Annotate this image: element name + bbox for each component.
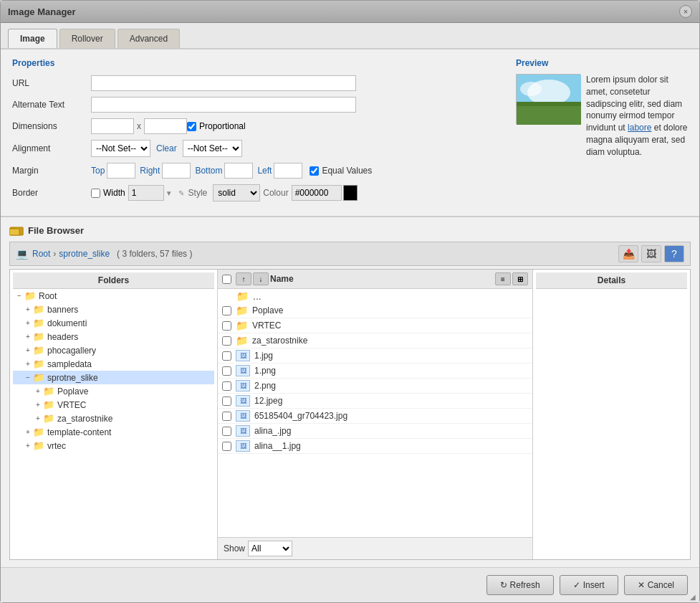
tree-headers[interactable]: + 📁 headers bbox=[13, 330, 214, 343]
preview-title: Preview bbox=[516, 58, 688, 68]
file-item-za[interactable]: 📁 za_starostnike bbox=[218, 333, 532, 348]
banners-toggle[interactable]: + bbox=[23, 305, 33, 315]
file-check-za[interactable] bbox=[222, 336, 231, 346]
tree-dokumenti[interactable]: + 📁 dokumenti bbox=[13, 316, 214, 330]
align-row: Alignment --Not Set-- Left Right Center … bbox=[12, 140, 502, 157]
phoca-toggle[interactable]: + bbox=[23, 346, 33, 356]
file-name-vrtec: VRTEC bbox=[252, 321, 281, 331]
tree-poplave[interactable]: + 📁 Poplave bbox=[13, 384, 214, 398]
tab-rollover[interactable]: Rollover bbox=[59, 29, 115, 48]
insert-button[interactable]: ✓ Insert bbox=[560, 575, 618, 595]
close-button[interactable]: × bbox=[679, 5, 692, 18]
file-item-vrtec[interactable]: 📁 VRTEC bbox=[218, 318, 532, 333]
margin-left-input[interactable] bbox=[274, 163, 302, 179]
tab-advanced[interactable]: Advanced bbox=[118, 29, 180, 48]
file-name-1png: 1.png bbox=[254, 366, 276, 376]
align-select[interactable]: --Not Set-- Left Right Center bbox=[91, 140, 150, 157]
margin-right-input[interactable] bbox=[162, 163, 191, 179]
tree-banners[interactable]: + 📁 banners bbox=[13, 303, 214, 316]
banners-folder-icon: 📁 bbox=[33, 304, 44, 315]
margin-top-input[interactable] bbox=[107, 163, 135, 179]
root-toggle[interactable]: − bbox=[14, 291, 24, 301]
vrtec-toggle[interactable]: + bbox=[33, 400, 43, 410]
breadcrumb-folder[interactable]: sprotne_slike bbox=[59, 249, 110, 259]
root-label: Root bbox=[39, 291, 57, 301]
sort-desc-btn[interactable]: ↓ bbox=[253, 272, 269, 285]
url-label: URL bbox=[12, 78, 91, 88]
file-item-1jpg[interactable]: 🖼 1.jpg bbox=[218, 348, 532, 364]
view-list-btn[interactable]: ≡ bbox=[495, 272, 511, 285]
breadcrumb-separator: › bbox=[53, 249, 56, 259]
cancel-button[interactable]: ✕ Cancel bbox=[624, 575, 688, 595]
files-select-all[interactable] bbox=[222, 275, 231, 284]
za-toggle[interactable]: + bbox=[33, 414, 43, 424]
sort-asc-btn[interactable]: ↑ bbox=[236, 272, 251, 285]
upload-btn[interactable]: 📤 bbox=[618, 245, 638, 262]
za-label: za_starostnike bbox=[57, 414, 112, 424]
sprotne-toggle[interactable]: − bbox=[23, 373, 33, 383]
tab-image[interactable]: Image bbox=[8, 29, 57, 48]
tree-vrtec2[interactable]: + 📁 vrtec bbox=[13, 439, 214, 452]
breadcrumb-root[interactable]: Root bbox=[32, 249, 50, 259]
clear-link[interactable]: Clear bbox=[156, 143, 177, 153]
vrtec2-toggle[interactable]: + bbox=[23, 441, 33, 451]
dim-height-input[interactable] bbox=[144, 118, 187, 134]
create-folder-btn[interactable]: 🖼 bbox=[641, 245, 661, 262]
proportional-checkbox[interactable] bbox=[187, 122, 196, 131]
help-btn[interactable]: ? bbox=[664, 245, 684, 262]
browser-split: Folders − 📁 Root + 📁 banners + 📁 dokumen… bbox=[9, 269, 691, 560]
equal-values-checkbox[interactable] bbox=[310, 166, 319, 176]
file-check-1jpg[interactable] bbox=[222, 351, 231, 361]
view-grid-btn[interactable]: ⊞ bbox=[512, 272, 528, 285]
file-check-poplave[interactable] bbox=[222, 306, 231, 315]
show-label: Show bbox=[224, 543, 245, 554]
file-check-2png[interactable] bbox=[222, 381, 231, 391]
file-item-12jpeg[interactable]: 🖼 12.jpeg bbox=[218, 394, 532, 409]
file-item-2png[interactable]: 🖼 2.png bbox=[218, 379, 532, 394]
file-check-12jpeg[interactable] bbox=[222, 397, 231, 406]
tree-root[interactable]: − 📁 Root bbox=[13, 289, 214, 303]
file-item-poplave[interactable]: 📁 Poplave bbox=[218, 303, 532, 318]
file-item-1png[interactable]: 🖼 1.png bbox=[218, 364, 532, 379]
alt-input[interactable] bbox=[91, 97, 356, 113]
file-check-65[interactable] bbox=[222, 412, 231, 421]
border-colour-swatch[interactable] bbox=[343, 185, 358, 201]
tree-sprotne[interactable]: − 📁 sprotne_slike bbox=[13, 371, 214, 384]
border-colour-input[interactable] bbox=[292, 185, 342, 201]
file-check-alina[interactable] bbox=[222, 427, 231, 436]
file-item-up[interactable]: 📁 ... bbox=[218, 289, 532, 303]
tree-sampledata[interactable]: + 📁 sampledata bbox=[13, 357, 214, 371]
template-toggle[interactable]: + bbox=[23, 427, 33, 437]
margin-bottom-input[interactable] bbox=[224, 163, 253, 179]
properties-title: Properties bbox=[12, 58, 502, 68]
breadcrumb-count: ( 3 folders, 57 files ) bbox=[117, 249, 192, 259]
border-style-select[interactable]: solid dashed dotted bbox=[213, 184, 260, 201]
file-item-65[interactable]: 🖼 65185404_gr704423.jpg bbox=[218, 409, 532, 424]
file-name-2png: 2.png bbox=[254, 381, 276, 391]
resize-handle[interactable]: ◢ bbox=[690, 593, 699, 602]
align-select-2[interactable]: --Not Set-- Top Middle Bottom bbox=[183, 140, 242, 157]
poplave-toggle[interactable]: + bbox=[33, 386, 43, 397]
tree-template[interactable]: + 📁 template-content bbox=[13, 425, 214, 439]
sample-toggle[interactable]: + bbox=[23, 359, 33, 369]
file-item-alina1[interactable]: 🖼 alina__1.jpg bbox=[218, 439, 532, 454]
tree-vrtec[interactable]: + 📁 VRTEC bbox=[13, 398, 214, 412]
border-width-input[interactable] bbox=[128, 185, 164, 201]
dim-width-input[interactable] bbox=[91, 118, 134, 134]
url-input[interactable] bbox=[91, 75, 356, 91]
breadcrumb-path: 💻 Root › sprotne_slike ( 3 folders, 57 f… bbox=[16, 248, 192, 260]
dokumenti-toggle[interactable]: + bbox=[23, 318, 33, 328]
border-checkbox[interactable] bbox=[91, 189, 100, 198]
file-check-vrtec[interactable] bbox=[222, 321, 231, 331]
tree-za-starostnike[interactable]: + 📁 za_starostnike bbox=[13, 412, 214, 425]
headers-toggle[interactable]: + bbox=[23, 332, 33, 342]
file-icon-2png: 🖼 bbox=[236, 380, 250, 391]
file-item-alina[interactable]: 🖼 alina_.jpg bbox=[218, 424, 532, 439]
tree-phocagallery[interactable]: + 📁 phocagallery bbox=[13, 343, 214, 357]
vrtec-label: VRTEC bbox=[57, 400, 86, 410]
border-colour-label: Colour bbox=[263, 188, 288, 198]
file-check-1png[interactable] bbox=[222, 366, 231, 376]
file-check-alina1[interactable] bbox=[222, 442, 231, 451]
refresh-button[interactable]: ↻ Refresh bbox=[486, 575, 554, 595]
show-select[interactable]: All Images Files bbox=[248, 541, 292, 556]
